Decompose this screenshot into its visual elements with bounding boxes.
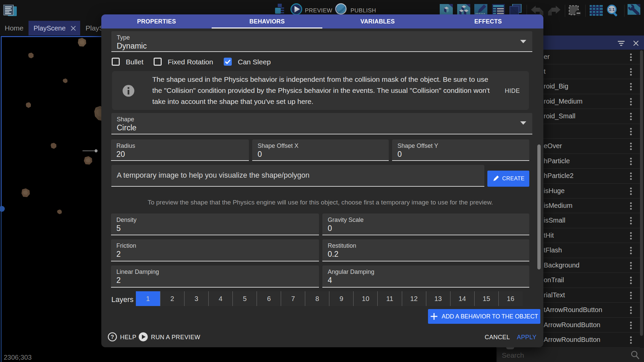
svg-text:?: ?	[111, 334, 114, 340]
svg-text:1:1: 1:1	[609, 7, 615, 12]
